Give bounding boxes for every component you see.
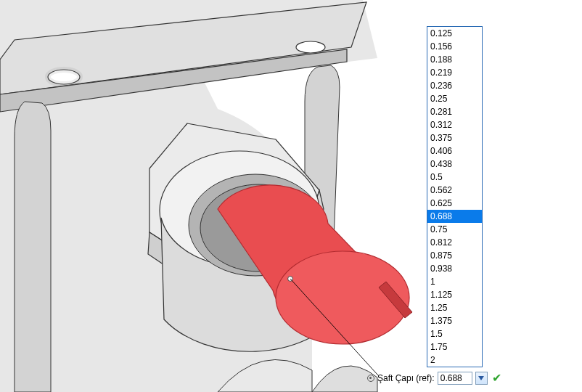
dimension-value-input[interactable] (438, 372, 472, 385)
leader-endpoint-icon (367, 375, 374, 382)
model-flange-hole (296, 41, 325, 53)
dropdown-option[interactable]: 0.688 (427, 210, 482, 223)
dropdown-option[interactable]: 1.125 (427, 288, 482, 301)
dimension-dropdown-button[interactable] (475, 372, 488, 385)
dimension-label: Şaft Çapı (ref): (377, 373, 435, 383)
dropdown-option[interactable]: 0.236 (427, 79, 482, 92)
dropdown-option[interactable]: 0.312 (427, 118, 482, 131)
dropdown-option[interactable]: 0.406 (427, 144, 482, 158)
dropdown-option[interactable]: 0.156 (427, 40, 482, 53)
dropdown-option[interactable]: 1.75 (427, 340, 482, 354)
dropdown-option[interactable]: 0.125 (427, 27, 482, 40)
dropdown-option[interactable]: 0.25 (427, 92, 482, 105)
dropdown-option[interactable]: 0.5 (427, 171, 482, 184)
dropdown-option[interactable]: 0.875 (427, 249, 482, 262)
model-corner-post (15, 102, 51, 392)
dropdown-option[interactable]: 2 (427, 354, 482, 367)
dropdown-option[interactable]: 0.75 (427, 223, 482, 236)
dimension-input-row: Şaft Çapı (ref): ✔ (367, 372, 501, 385)
dropdown-option[interactable]: 1 (427, 275, 482, 288)
dropdown-option[interactable]: 0.938 (427, 262, 482, 275)
dropdown-option[interactable]: 0.375 (427, 131, 482, 144)
svg-marker-11 (478, 376, 484, 380)
dropdown-option[interactable]: 1.5 (427, 327, 482, 340)
dropdown-option[interactable]: 0.281 (427, 105, 482, 118)
dropdown-option[interactable]: 1.375 (427, 314, 482, 327)
dropdown-option[interactable]: 0.438 (427, 158, 482, 171)
chevron-down-icon (478, 376, 484, 380)
dropdown-option[interactable]: 0.219 (427, 66, 482, 79)
dimension-dropdown-list[interactable]: 0.1250.1560.1880.2190.2360.250.2810.3120… (427, 26, 483, 367)
dropdown-option[interactable]: 0.625 (427, 197, 482, 210)
model-viewport[interactable] (0, 0, 582, 392)
dropdown-option[interactable]: 0.188 (427, 53, 482, 66)
dropdown-option[interactable]: 0.812 (427, 236, 482, 249)
confirm-check-icon[interactable]: ✔ (491, 372, 501, 384)
dropdown-option[interactable]: 0.562 (427, 184, 482, 197)
dropdown-option[interactable]: 1.25 (427, 301, 482, 314)
